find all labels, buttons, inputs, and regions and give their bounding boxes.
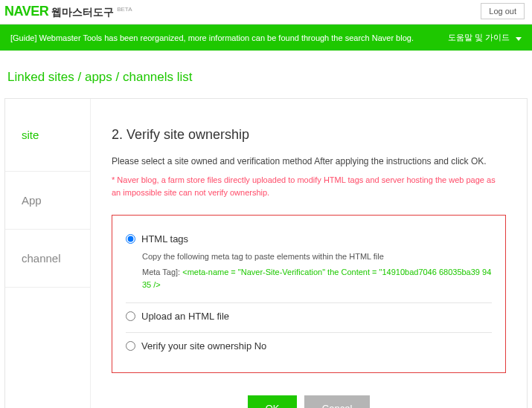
logo-subtitle: 웹마스터도구: [51, 6, 114, 19]
tab-site[interactable]: site: [5, 99, 90, 172]
html-tags-desc: Copy the following meta tag to paste ele…: [142, 250, 492, 263]
meta-tag-value: Meta Tag]: <meta-name = "Naver-Site-Veri…: [142, 266, 492, 292]
button-row: OK Cancel: [112, 395, 506, 408]
help-guide-label: 도움말 및 가이드: [448, 32, 510, 43]
content: 2. Verify site ownership Please select a…: [91, 99, 527, 408]
radio-html-tags-input[interactable]: [126, 234, 135, 244]
radio-upload-file-input[interactable]: [126, 311, 135, 321]
section-title: 2. Verify site ownership: [112, 127, 506, 143]
header-left: NAVER 웹마스터도구 BETA: [4, 4, 132, 19]
radio-upload-file[interactable]: Upload an HTML file: [126, 311, 492, 322]
radio-html-tags[interactable]: HTML tags: [126, 233, 492, 245]
meta-tag-code: <meta-name = "Naver-Site-Verification" t…: [142, 268, 491, 290]
beta-badge: BETA: [117, 6, 132, 13]
logout-button[interactable]: Log out: [481, 3, 525, 19]
banner-text: [Guide] Webmaster Tools has been reorgan…: [10, 33, 414, 42]
meta-tag-label: Meta Tag]:: [142, 268, 180, 276]
chevron-down-icon: [513, 33, 522, 42]
radio-html-tags-label: HTML tags: [141, 233, 188, 245]
verification-options-box: HTML tags Copy the following meta tag to…: [112, 215, 506, 373]
instruction-text: Please select a site owned and verificat…: [112, 156, 506, 166]
radio-upload-file-label: Upload an HTML file: [141, 311, 229, 322]
tab-app[interactable]: App: [5, 172, 90, 230]
sidebar: site App channel: [5, 99, 91, 408]
guide-banner: [Guide] Webmaster Tools has been reorgan…: [0, 25, 532, 51]
logo: NAVER: [4, 4, 48, 19]
tab-channel[interactable]: channel: [5, 230, 90, 288]
cancel-button[interactable]: Cancel: [304, 395, 370, 408]
header: NAVER 웹마스터도구 BETA Log out: [0, 0, 532, 25]
option-upload-file: Upload an HTML file: [126, 303, 492, 333]
warning-text: * Naver blog, a farm store files directl…: [112, 174, 506, 198]
option-html-tags: HTML tags Copy the following meta tag to…: [126, 226, 492, 303]
option-verify-no: Verify your site ownership No: [126, 333, 492, 362]
help-guide-link[interactable]: 도움말 및 가이드: [448, 32, 522, 43]
radio-verify-no[interactable]: Verify your site ownership No: [126, 340, 492, 352]
breadcrumb: Linked sites / apps / channels list: [0, 51, 532, 98]
ok-button[interactable]: OK: [248, 395, 298, 408]
radio-verify-no-label: Verify your site ownership No: [141, 340, 266, 352]
radio-verify-no-input[interactable]: [126, 341, 135, 351]
main-panel: site App channel 2. Verify site ownershi…: [4, 98, 528, 408]
